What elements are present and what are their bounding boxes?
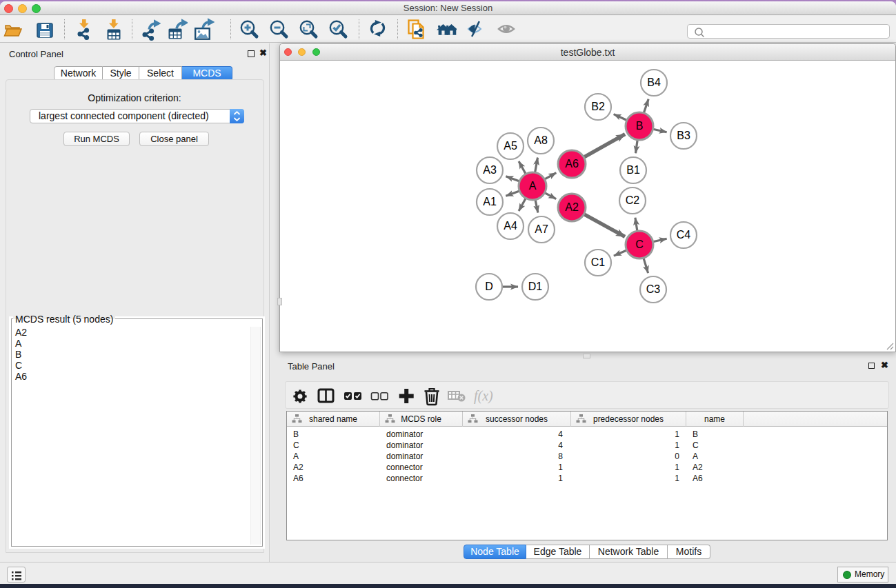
svg-text:A7: A7 xyxy=(535,223,548,235)
svg-text:D: D xyxy=(485,281,493,292)
svg-text:D1: D1 xyxy=(528,281,543,292)
svg-text:A2: A2 xyxy=(565,201,579,213)
svg-text:A3: A3 xyxy=(483,164,497,176)
svg-text:C3: C3 xyxy=(646,283,661,295)
svg-text:C: C xyxy=(635,239,644,250)
svg-text:B1: B1 xyxy=(626,164,640,176)
svg-text:f(x): f(x) xyxy=(474,388,493,404)
svg-text:A1: A1 xyxy=(483,196,497,207)
svg-text:B4: B4 xyxy=(647,77,661,88)
svg-text:A8: A8 xyxy=(534,134,548,146)
svg-text:C1: C1 xyxy=(591,256,606,268)
svg-text:A5: A5 xyxy=(504,140,517,152)
svg-text:B: B xyxy=(636,120,644,132)
svg-text:C4: C4 xyxy=(677,229,691,241)
svg-text:B3: B3 xyxy=(677,130,690,141)
svg-text:C2: C2 xyxy=(626,194,640,206)
svg-text:A: A xyxy=(529,180,537,192)
svg-text:A6: A6 xyxy=(565,158,579,170)
svg-text:B2: B2 xyxy=(591,101,605,112)
svg-text:A4: A4 xyxy=(504,220,517,232)
